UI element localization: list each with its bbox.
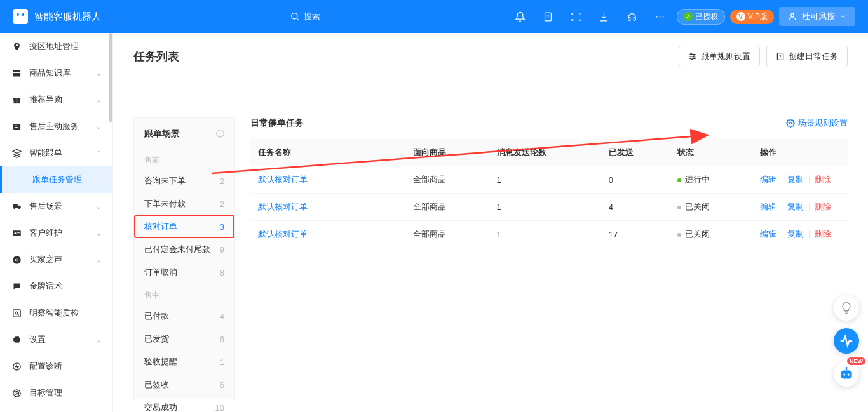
activity-button[interactable]	[834, 328, 859, 354]
status-dot-icon	[677, 233, 681, 237]
service-icon	[11, 122, 22, 131]
sidebar-item[interactable]: 客户维护 ⌄	[0, 220, 112, 246]
download-icon-button[interactable]	[593, 5, 616, 28]
copy-link[interactable]: 复制	[787, 229, 804, 240]
svg-point-41	[843, 373, 845, 375]
sidebar-item-label: 设置	[29, 334, 88, 345]
sidebar-scrollbar[interactable]	[109, 33, 112, 412]
info-icon[interactable]: ⓘ	[216, 128, 224, 140]
chevron-down-icon: ⌄	[96, 203, 101, 210]
authorized-badge[interactable]: ✓ 已授权	[677, 9, 725, 25]
scene-item[interactable]: 已付定金未付尾款9	[134, 238, 234, 261]
more-icon	[654, 11, 665, 22]
search-button[interactable]: 搜索	[290, 11, 320, 22]
svg-point-16	[14, 232, 16, 234]
chatbot-button[interactable]: NEW	[834, 361, 859, 387]
sidebar-item[interactable]: 智能跟单 ⌃	[0, 140, 112, 166]
bell-icon-button[interactable]	[509, 5, 532, 28]
sidebar: 疫区地址管理 商品知识库 ⌄ 推荐导购 ⌄ 售后主动服务 ⌄ 智能跟单 ⌃跟单任…	[0, 33, 113, 412]
delete-link[interactable]: 删除	[815, 229, 831, 240]
new-badge: NEW	[847, 357, 865, 365]
authorized-label: 已授权	[695, 11, 718, 22]
scene-item[interactable]: 已签收6	[134, 373, 234, 396]
gear-icon	[786, 119, 795, 128]
vip-icon: V	[736, 12, 745, 21]
sidebar-item[interactable]: 商品知识库 ⌄	[0, 60, 112, 86]
scene-rule-settings-link[interactable]: 场景规则设置	[786, 117, 848, 129]
cell-status: 已关闭	[670, 194, 752, 221]
sidebar-item-label: 推荐导购	[29, 94, 88, 105]
scene-item-count: 2	[220, 199, 224, 209]
headset-icon	[627, 11, 637, 22]
sidebar-item-label: 金牌话术	[29, 281, 101, 292]
sidebar-item[interactable]: 配置诊断	[0, 353, 112, 380]
task-name-link[interactable]: 默认核对订单	[258, 202, 308, 211]
scene-item[interactable]: 核对订单3	[134, 215, 234, 238]
scene-item[interactable]: 下单未付款2	[134, 192, 234, 215]
copy-link[interactable]: 复制	[787, 174, 804, 185]
scene-item-label: 下单未付款	[144, 198, 186, 209]
svg-rect-20	[13, 309, 20, 316]
scene-item[interactable]: 已发货6	[134, 328, 234, 350]
sidebar-item-label: 买家之声	[29, 254, 88, 265]
hint-bulb-button[interactable]	[834, 295, 859, 321]
gear-icon	[11, 335, 22, 345]
scene-rule-label: 场景规则设置	[798, 117, 848, 129]
app-logo[interactable]: 智能客服机器人	[13, 9, 101, 24]
rule-settings-button[interactable]: 跟单规则设置	[679, 46, 760, 67]
cell-status: 已关闭	[670, 221, 752, 248]
svg-point-32	[693, 56, 695, 57]
svg-point-44	[845, 367, 847, 369]
svg-point-0	[291, 13, 297, 19]
cell-status: 进行中	[670, 166, 752, 194]
svg-point-31	[691, 53, 692, 55]
chevron-down-icon: ⌄	[96, 336, 101, 343]
scene-item[interactable]: 验收提醒1	[134, 350, 234, 373]
sidebar-item-label: 目标管理	[29, 387, 101, 399]
scrollbar-thumb[interactable]	[109, 33, 112, 122]
sidebar-item[interactable]: 目标管理	[0, 380, 112, 406]
edit-link[interactable]: 编辑	[760, 201, 776, 213]
sidebar-sub-item-active[interactable]: 跟单任务管理	[0, 166, 112, 193]
task-name-link[interactable]: 默认核对订单	[258, 229, 308, 239]
scene-item-label: 订单取消	[144, 267, 177, 278]
scan-icon-button[interactable]	[565, 5, 588, 28]
sidebar-item[interactable]: 金牌话术	[0, 273, 112, 300]
floating-actions: NEW	[834, 295, 859, 387]
scene-item[interactable]: 订单取消8	[134, 261, 234, 284]
scene-item[interactable]: 咨询未下单2	[134, 169, 234, 192]
more-icon-button[interactable]	[649, 5, 672, 28]
svg-point-5	[656, 16, 658, 17]
chevron-down-icon	[840, 13, 846, 20]
user-menu-button[interactable]: 杜可风按	[779, 7, 855, 26]
task-name-link[interactable]: 默认核对订单	[258, 175, 308, 184]
th-rounds: 消息发送轮数	[489, 139, 601, 166]
edit-link[interactable]: 编辑	[760, 229, 776, 240]
edit-link[interactable]: 编辑	[760, 174, 776, 185]
sidebar-item[interactable]: 售后场景 ⌄	[0, 193, 112, 220]
headset-icon-button[interactable]	[621, 5, 644, 28]
scene-item[interactable]: 已付款4	[134, 305, 234, 328]
th-sent: 已发送	[601, 139, 670, 166]
sidebar-item[interactable]: 设置 ⌄	[0, 326, 112, 353]
table-row: 默认核对订单 全部商品 1 0 进行中 编辑 复制 删除	[250, 166, 848, 194]
diag-icon	[11, 362, 22, 371]
svg-rect-17	[17, 232, 20, 233]
page-actions: 跟单规则设置 创建日常任务	[679, 46, 848, 67]
sidebar-item-label: 商品知识库	[29, 67, 88, 79]
vip-badge[interactable]: V VIP版	[730, 10, 774, 24]
sidebar-item[interactable]: 明察智能质检	[0, 300, 112, 326]
delete-link[interactable]: 删除	[815, 201, 831, 213]
sidebar-item[interactable]: 推荐导购 ⌄	[0, 86, 112, 113]
scene-item-count: 3	[220, 222, 224, 232]
activity-icon	[839, 334, 853, 348]
create-task-button[interactable]: 创建日常任务	[766, 46, 848, 67]
sidebar-item[interactable]: 售后主动服务 ⌄	[0, 113, 112, 140]
clipboard-icon-button[interactable]	[537, 5, 560, 28]
scene-item[interactable]: 交易成功10	[134, 396, 234, 412]
sidebar-item[interactable]: 买家之声 ⌄	[0, 246, 112, 273]
copy-link[interactable]: 复制	[787, 201, 804, 213]
sidebar-item[interactable]: 疫区地址管理	[0, 33, 112, 60]
delete-link[interactable]: 删除	[815, 174, 831, 185]
cell-ops: 编辑 复制 删除	[752, 194, 848, 221]
